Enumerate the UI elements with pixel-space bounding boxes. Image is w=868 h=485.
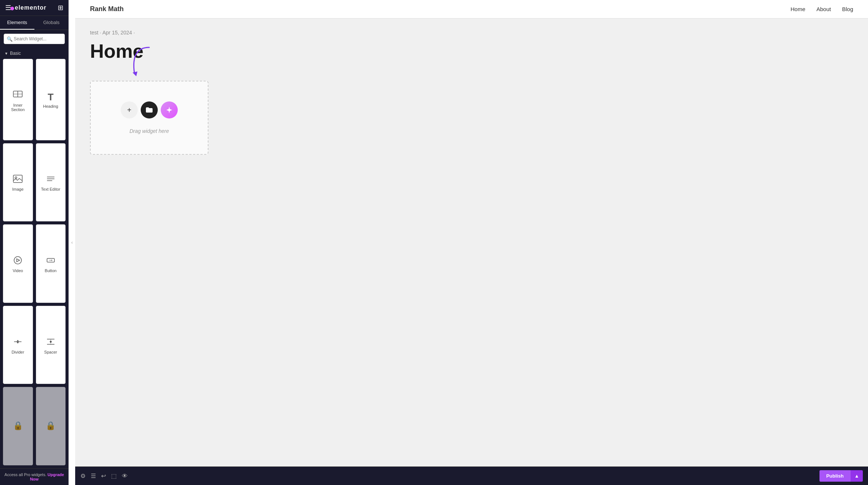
widget-text-editor[interactable]: Text Editor — [36, 143, 66, 222]
widget-video[interactable]: Video — [3, 224, 33, 303]
preview-icon[interactable]: 👁 — [122, 473, 128, 479]
grid-icon[interactable]: ⊞ — [58, 4, 63, 12]
post-meta: test · Apr 15, 2024 · — [90, 30, 853, 36]
publish-chevron-button[interactable]: ▲ — [850, 470, 863, 482]
svg-marker-18 — [50, 340, 52, 342]
text-editor-icon — [46, 174, 56, 185]
responsive-icon[interactable]: ⬚ — [111, 472, 117, 479]
widget-heading[interactable]: T Heading — [36, 59, 66, 140]
tab-elements[interactable]: Elements — [0, 16, 34, 30]
svg-marker-19 — [50, 342, 52, 343]
sidebar: ☰ elementor ⊞ Elements Globals 🔍 ▼ — [0, 0, 69, 485]
widget-video-label: Video — [13, 268, 23, 273]
site-title: Rank Math — [90, 5, 124, 13]
layers-icon[interactable]: ☰ — [91, 472, 96, 479]
history-icon[interactable]: ↩ — [101, 472, 106, 479]
bottom-bar: ⚙ ☰ ↩ ⬚ 👁 Publish ▲ — [75, 466, 868, 485]
video-icon — [13, 256, 23, 266]
nav-blog[interactable]: Blog — [842, 6, 853, 12]
drag-widget-label: Drag widget here — [130, 128, 169, 134]
widget-action-buttons: + — [121, 101, 178, 118]
settings-icon[interactable]: ⚙ — [80, 472, 86, 479]
svg-marker-14 — [17, 342, 19, 344]
widget-button[interactable]: Button — [36, 224, 66, 303]
publish-button[interactable]: Publish — [819, 470, 850, 482]
sidebar-header: ☰ elementor ⊞ — [0, 0, 69, 16]
section-arrow-icon: ▼ — [4, 51, 8, 56]
widget-inner-section[interactable]: Inner Section — [3, 59, 33, 140]
canvas-topbar: Rank Math Home About Blog — [75, 0, 868, 19]
search-icon: 🔍 — [7, 36, 13, 42]
button-icon — [46, 256, 56, 266]
search-input[interactable] — [4, 34, 65, 44]
widget-inner-section-label: Inner Section — [6, 103, 30, 112]
pro1-icon: 🔒 — [13, 422, 23, 430]
widget-pro-1[interactable]: 🔒 — [3, 387, 33, 465]
site-nav: Home About Blog — [791, 6, 853, 12]
template-folder-button[interactable] — [141, 101, 158, 118]
publish-button-group: Publish ▲ — [819, 470, 863, 482]
widget-button-label: Button — [45, 268, 57, 273]
widgets-grid: Inner Section T Heading — [0, 59, 69, 468]
ai-button[interactable] — [161, 101, 178, 118]
widget-divider[interactable]: Divider — [3, 306, 33, 384]
canvas-content: test · Apr 15, 2024 · Home + — [75, 19, 868, 466]
tab-globals[interactable]: Globals — [34, 16, 69, 30]
widget-heading-label: Heading — [43, 104, 58, 108]
widget-image-label: Image — [12, 187, 24, 191]
widget-spacer-label: Spacer — [44, 350, 57, 354]
widget-spacer[interactable]: Spacer — [36, 306, 66, 384]
app-logo: elementor — [15, 4, 46, 11]
sidebar-tabs: Elements Globals — [0, 16, 69, 30]
section-basic-label: ▼ Basic — [0, 48, 69, 59]
nav-home[interactable]: Home — [791, 6, 805, 12]
divider-icon — [13, 337, 23, 348]
svg-point-8 — [14, 257, 21, 264]
svg-marker-9 — [17, 259, 20, 262]
post-title: Home — [90, 40, 853, 62]
promo-bar: Access all Pro widgets. Upgrade Now — [0, 468, 69, 485]
drop-zone[interactable]: + Drag widget here — [90, 81, 208, 155]
svg-rect-3 — [13, 175, 22, 183]
widget-divider-label: Divider — [11, 350, 24, 354]
svg-point-4 — [15, 177, 17, 179]
svg-marker-20 — [133, 71, 137, 76]
svg-marker-13 — [17, 340, 19, 341]
spacer-icon — [46, 337, 56, 348]
canvas-area: Rank Math Home About Blog test · Apr 15,… — [75, 0, 868, 466]
collapse-handle[interactable]: ‹ — [69, 0, 75, 485]
widget-pro-2[interactable]: 🔒 — [36, 387, 66, 465]
widget-image[interactable]: Image — [3, 143, 33, 222]
image-icon — [13, 174, 23, 185]
notification-dot — [10, 7, 14, 10]
widget-text-editor-label: Text Editor — [41, 187, 60, 191]
pro2-icon: 🔒 — [46, 422, 56, 430]
nav-about[interactable]: About — [817, 6, 831, 12]
heading-icon: T — [48, 92, 54, 102]
inner-section-icon — [13, 89, 23, 101]
add-widget-button[interactable]: + — [121, 101, 138, 118]
search-area: 🔍 — [0, 30, 69, 48]
